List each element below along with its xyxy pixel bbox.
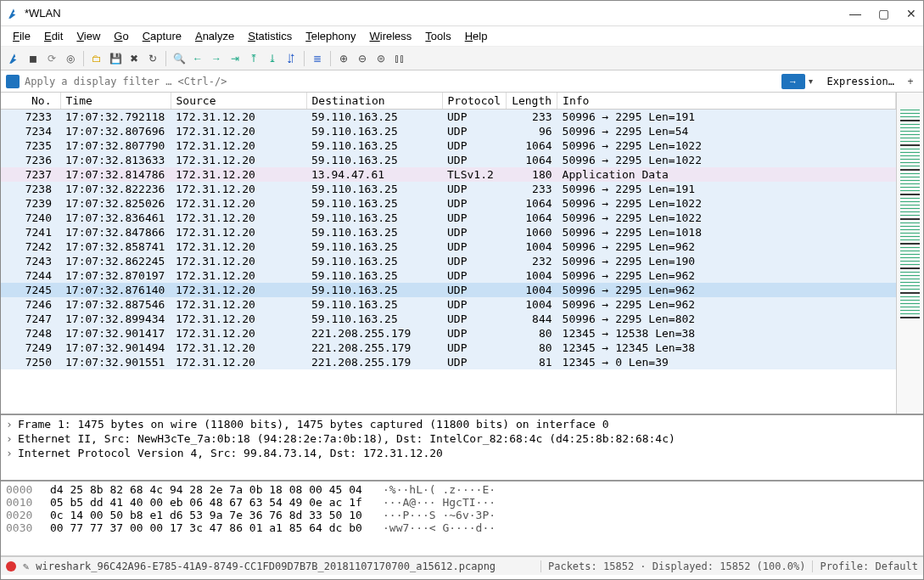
zoom-out-button[interactable]: ⊖ <box>354 50 371 67</box>
open-file-button[interactable]: 🗀 <box>88 50 105 67</box>
filter-dropdown[interactable]: ▾ <box>809 76 819 86</box>
hex-row[interactable]: 00200c 14 00 50 b8 e1 d6 53 9a 7e 36 76 … <box>6 509 918 521</box>
maximize-button[interactable]: ▢ <box>878 7 889 20</box>
menubar: FileEditViewGoCaptureAnalyzeStatisticsTe… <box>1 26 923 47</box>
status-packet-count: Packets: 15852 · Displayed: 15852 (100.0… <box>540 560 805 572</box>
menu-go[interactable]: Go <box>109 28 133 44</box>
fin-icon[interactable] <box>6 50 23 67</box>
column-header[interactable]: Length <box>507 93 557 110</box>
table-row[interactable]: 723817:07:32.822236172.31.12.2059.110.16… <box>1 182 896 196</box>
packet-details-pane[interactable]: ›Frame 1: 1475 bytes on wire (11800 bits… <box>1 415 923 481</box>
expert-info-icon[interactable] <box>6 561 16 572</box>
column-header[interactable]: Source <box>171 93 306 110</box>
app-icon <box>8 8 20 20</box>
minimize-button[interactable]: — <box>849 7 861 20</box>
packet-list-pane: No.TimeSourceDestinationProtocolLengthIn… <box>1 93 923 415</box>
display-filter-input[interactable] <box>23 74 778 89</box>
table-row[interactable]: 724517:07:32.876140172.31.12.2059.110.16… <box>1 283 896 297</box>
table-row[interactable]: 723517:07:32.807790172.31.12.2059.110.16… <box>1 138 896 153</box>
column-header[interactable]: Time <box>60 93 171 110</box>
toolbar: ◼ ⟳ ◎ 🗀 💾 ✖ ↻ 🔍 ← → ⇥ ⤒ ⤓ ⮃ ≣ ⊕ ⊖ ⊜ ⫿⫿ <box>1 47 923 70</box>
table-row[interactable]: 724917:07:32.901494172.31.12.20221.208.2… <box>1 341 896 355</box>
zoom-reset-button[interactable]: ⊜ <box>372 50 389 67</box>
stop-capture-button[interactable]: ◼ <box>25 50 42 67</box>
detail-line[interactable]: ›Internet Protocol Version 4, Src: 99.84… <box>3 446 921 460</box>
close-button[interactable]: ✕ <box>906 7 916 20</box>
menu-help[interactable]: Help <box>460 28 493 44</box>
table-row[interactable]: 724217:07:32.858741172.31.12.2059.110.16… <box>1 239 896 254</box>
restart-capture-button[interactable]: ⟳ <box>43 50 60 67</box>
detail-line[interactable]: ›Frame 1: 1475 bytes on wire (11800 bits… <box>3 417 921 431</box>
menu-statistics[interactable]: Statistics <box>243 28 297 44</box>
first-button[interactable]: ⤒ <box>245 50 262 67</box>
table-row[interactable]: 723617:07:32.813633172.31.12.2059.110.16… <box>1 153 896 167</box>
reload-button[interactable]: ↻ <box>144 50 161 67</box>
packet-bytes-pane[interactable]: 0000d4 25 8b 82 68 4c 94 28 2e 7a 0b 18 … <box>1 481 923 556</box>
table-row[interactable]: 724317:07:32.862245172.31.12.2059.110.16… <box>1 254 896 268</box>
menu-capture[interactable]: Capture <box>137 28 187 44</box>
jump-button[interactable]: ⇥ <box>227 50 244 67</box>
close-file-button[interactable]: ✖ <box>126 50 143 67</box>
status-profile[interactable]: Profile: Default <box>812 560 918 572</box>
menu-tools[interactable]: Tools <box>420 28 456 44</box>
resize-columns-button[interactable]: ⫿⫿ <box>391 50 408 67</box>
table-row[interactable]: 725017:07:32.901551172.31.12.20221.208.2… <box>1 355 896 369</box>
last-button[interactable]: ⤓ <box>264 50 281 67</box>
table-row[interactable]: 724717:07:32.899434172.31.12.2059.110.16… <box>1 312 896 326</box>
statusbar: ✎ wireshark_96C42A96-E785-41A9-8749-CC1F… <box>1 556 923 575</box>
menu-edit[interactable]: Edit <box>39 28 68 44</box>
edit-icon[interactable]: ✎ <box>23 560 29 572</box>
autoscroll-button[interactable]: ⮃ <box>283 50 300 67</box>
add-filter-button[interactable]: + <box>903 76 918 87</box>
table-row[interactable]: 724117:07:32.847866172.31.12.2059.110.16… <box>1 225 896 239</box>
hex-row[interactable]: 003000 77 77 37 00 00 17 3c 47 86 01 a1 … <box>6 521 918 534</box>
hex-row[interactable]: 0000d4 25 8b 82 68 4c 94 28 2e 7a 0b 18 … <box>6 483 918 496</box>
filter-bookmark-icon[interactable] <box>6 75 20 88</box>
hex-row[interactable]: 001005 b5 dd 41 40 00 eb 06 48 67 63 54 … <box>6 496 918 509</box>
status-file: wireshark_96C42A96-E785-41A9-8749-CC1FD0… <box>36 560 496 572</box>
find-button[interactable]: 🔍 <box>171 50 188 67</box>
window-title: *WLAN <box>25 7 849 20</box>
column-header[interactable]: Info <box>557 93 896 110</box>
prev-button[interactable]: ← <box>189 50 206 67</box>
table-row[interactable]: 724417:07:32.870197172.31.12.2059.110.16… <box>1 268 896 283</box>
next-button[interactable]: → <box>208 50 225 67</box>
colorize-button[interactable]: ≣ <box>309 50 326 67</box>
packet-table[interactable]: No.TimeSourceDestinationProtocolLengthIn… <box>1 93 896 369</box>
column-header[interactable]: Destination <box>306 93 442 110</box>
column-header[interactable]: Protocol <box>442 93 507 110</box>
menu-view[interactable]: View <box>71 28 105 44</box>
table-row[interactable]: 723417:07:32.807696172.31.12.2059.110.16… <box>1 124 896 138</box>
titlebar: *WLAN — ▢ ✕ <box>1 1 923 26</box>
menu-wireless[interactable]: Wireless <box>365 28 417 44</box>
table-row[interactable]: 723917:07:32.825026172.31.12.2059.110.16… <box>1 196 896 211</box>
expression-button[interactable]: Expression… <box>822 76 899 87</box>
table-row[interactable]: 723317:07:32.792118172.31.12.2059.110.16… <box>1 110 896 125</box>
menu-telephony[interactable]: Telephony <box>300 28 361 44</box>
table-row[interactable]: 724817:07:32.901417172.31.12.20221.208.2… <box>1 326 896 341</box>
filter-bar: → ▾ Expression… + <box>1 70 923 93</box>
menu-file[interactable]: File <box>8 28 36 44</box>
apply-filter-button[interactable]: → <box>781 74 805 89</box>
zoom-in-button[interactable]: ⊕ <box>335 50 352 67</box>
save-button[interactable]: 💾 <box>107 50 124 67</box>
column-header[interactable]: No. <box>1 93 60 110</box>
detail-line[interactable]: ›Ethernet II, Src: NewH3cTe_7a:0b:18 (94… <box>3 431 921 446</box>
table-row[interactable]: 724017:07:32.836461172.31.12.2059.110.16… <box>1 211 896 225</box>
table-row[interactable]: 723717:07:32.814786172.31.12.2013.94.47.… <box>1 167 896 182</box>
table-row[interactable]: 724617:07:32.887546172.31.12.2059.110.16… <box>1 297 896 312</box>
packet-minimap[interactable] <box>896 93 923 414</box>
capture-options-button[interactable]: ◎ <box>62 50 79 67</box>
menu-analyze[interactable]: Analyze <box>190 28 239 44</box>
